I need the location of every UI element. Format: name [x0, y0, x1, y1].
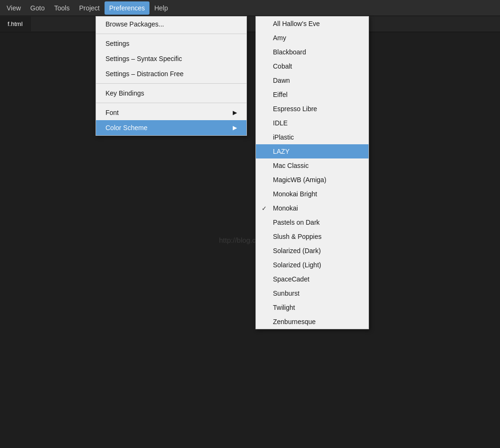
pref-settings-syntax[interactable]: Settings – Syntax Specific	[96, 51, 246, 66]
scheme-item-espresso-libre[interactable]: Espresso Libre	[256, 102, 368, 116]
scheme-item-dawn[interactable]: Dawn	[256, 73, 368, 88]
menu-goto[interactable]: Goto	[26, 1, 49, 15]
pref-separator-1	[96, 34, 246, 34]
pref-key-bindings[interactable]: Key Bindings	[96, 86, 246, 101]
pref-separator-2	[96, 83, 246, 84]
pref-browse-packages[interactable]: Browse Packages...	[96, 17, 246, 32]
scheme-item-monokai-bright[interactable]: Monokai Bright	[256, 187, 368, 201]
scheme-item-spacecadet[interactable]: SpaceCadet	[256, 272, 368, 286]
preferences-menu: Browse Packages... Settings Settings – S…	[96, 16, 247, 136]
scheme-item-monokai[interactable]: Monokai	[256, 201, 368, 215]
scheme-item-zenburnesque[interactable]: Zenburnesque	[256, 315, 368, 329]
tabbar: f.html	[0, 16, 500, 32]
scheme-item-eiffel[interactable]: Eiffel	[256, 88, 368, 102]
menu-view[interactable]: View	[2, 1, 26, 15]
scheme-item-iplastic[interactable]: iPlastic	[256, 130, 368, 144]
scheme-item-idle[interactable]: IDLE	[256, 116, 368, 130]
tab-fhtml[interactable]: f.html	[0, 17, 31, 31]
scheme-item-twilight[interactable]: Twilight	[256, 300, 368, 315]
pref-color-scheme[interactable]: Color Scheme ▶	[96, 120, 246, 135]
pref-font[interactable]: Font ▶	[96, 105, 246, 120]
menu-help[interactable]: Help	[149, 1, 173, 15]
scheme-item-all-hallow's-eve[interactable]: All Hallow's Eve	[256, 17, 368, 31]
font-arrow-icon: ▶	[233, 109, 237, 116]
menubar: View Goto Tools Project Preferences Help	[0, 0, 500, 16]
scheme-item-sunburst[interactable]: Sunburst	[256, 286, 368, 300]
pref-settings-distraction[interactable]: Settings – Distraction Free	[96, 66, 246, 81]
menu-preferences[interactable]: Preferences	[105, 1, 149, 15]
pref-separator-3	[96, 103, 246, 103]
scheme-item-mac-classic[interactable]: Mac Classic	[256, 158, 368, 173]
scheme-item-magicwb-amiga[interactable]: MagicWB (Amiga)	[256, 173, 368, 187]
scheme-item-slush--poppies[interactable]: Slush & Poppies	[256, 229, 368, 244]
scheme-item-solarized-light[interactable]: Solarized (Light)	[256, 258, 368, 272]
scheme-item-blackboard[interactable]: Blackboard	[256, 45, 368, 59]
menu-project[interactable]: Project	[74, 1, 105, 15]
color-scheme-menu: All Hallow's EveAmyBlackboardCobaltDawnE…	[255, 16, 369, 329]
pref-settings[interactable]: Settings	[96, 36, 246, 51]
scheme-item-amy[interactable]: Amy	[256, 31, 368, 45]
menu-tools[interactable]: Tools	[49, 1, 74, 15]
scheme-item-solarized-dark[interactable]: Solarized (Dark)	[256, 244, 368, 258]
color-scheme-arrow-icon: ▶	[233, 124, 237, 131]
editor-area: http://blog.csdn.net/	[0, 32, 500, 448]
scheme-item-lazy[interactable]: LAZY	[256, 144, 368, 158]
scheme-item-cobalt[interactable]: Cobalt	[256, 59, 368, 73]
scheme-item-pastels-on-dark[interactable]: Pastels on Dark	[256, 215, 368, 229]
